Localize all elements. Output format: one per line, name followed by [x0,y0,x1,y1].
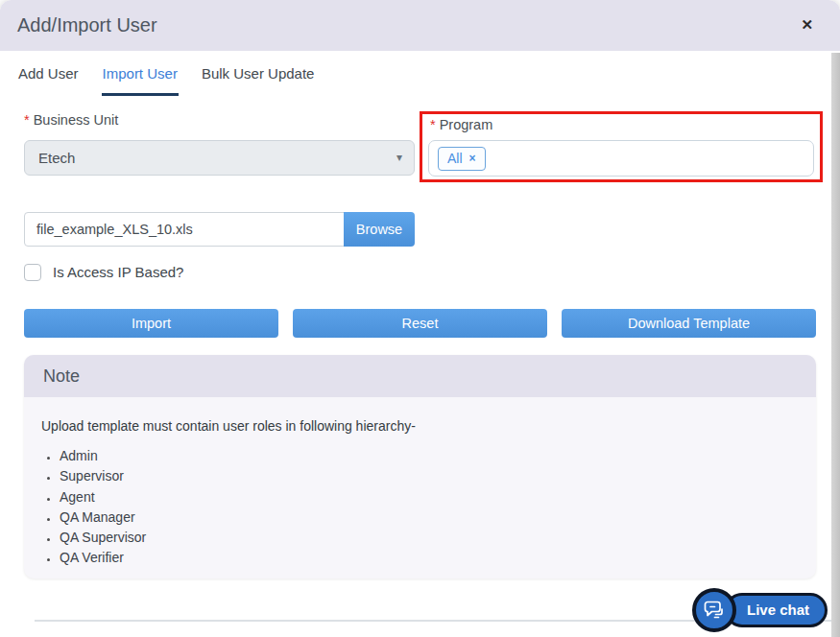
chip-remove-icon[interactable]: × [469,152,476,165]
required-asterisk: * [24,112,30,128]
chevron-down-icon: ▾ [396,141,402,175]
required-asterisk: * [430,117,436,132]
live-chat-button[interactable]: Live chat [725,593,828,627]
list-item-role: Agent [60,487,816,507]
reset-button[interactable]: Reset [293,309,547,338]
note-panel-title: Note [24,355,816,397]
program-chip-label: All [447,151,463,166]
business-unit-label-text: Business Unit [34,112,119,128]
program-label-text: Program [440,117,493,132]
note-intro-text: Upload template must contain user roles … [41,418,816,434]
tab-import-user[interactable]: Import User [102,51,179,96]
list-item-role: QA Verifier [60,548,816,568]
business-unit-label: *Business Unit [24,112,118,128]
list-item-role: Admin [60,446,816,466]
is-access-ip-checkbox[interactable] [24,264,41,281]
add-import-user-modal: Add/Import User ✕ Add User Import User B… [0,0,840,637]
business-unit-select[interactable]: Etech ▾ [24,140,415,176]
business-unit-value: Etech [38,150,75,166]
note-panel: Note Upload template must contain user r… [24,355,816,578]
tab-bulk-user-update[interactable]: Bulk User Update [201,51,316,96]
list-item-role: QA Supervisor [60,528,816,548]
program-chip-all: All × [438,147,486,171]
modal-header: Add/Import User ✕ [0,0,840,51]
chat-bubble-svg [702,598,727,623]
close-icon[interactable]: ✕ [801,16,813,34]
import-button[interactable]: Import [24,309,278,338]
live-chat-widget[interactable]: Live chat [692,588,828,632]
program-label: *Program [430,117,492,132]
modal-title: Add/Import User [17,0,157,51]
list-item-role: Supervisor [60,466,816,486]
role-hierarchy-list: Admin Supervisor Agent QA Manager QA Sup… [24,446,816,569]
browse-button[interactable]: Browse [344,212,415,247]
tab-add-user[interactable]: Add User [17,51,80,96]
program-multiselect-input[interactable]: All × [428,140,814,177]
tab-bar: Add User Import User Bulk User Update [0,51,831,96]
chat-bubble-icon[interactable] [692,588,736,632]
action-button-row: Import Reset Download Template [24,309,816,338]
modal-right-shadow [831,53,840,637]
program-field-highlight-box: *Program All × [420,111,823,182]
is-access-ip-label: Is Access IP Based? [53,264,183,281]
list-item-role: QA Manager [60,507,816,528]
file-name-input[interactable]: file_example_XLS_10.xls [24,212,345,247]
download-template-button[interactable]: Download Template [562,309,816,338]
